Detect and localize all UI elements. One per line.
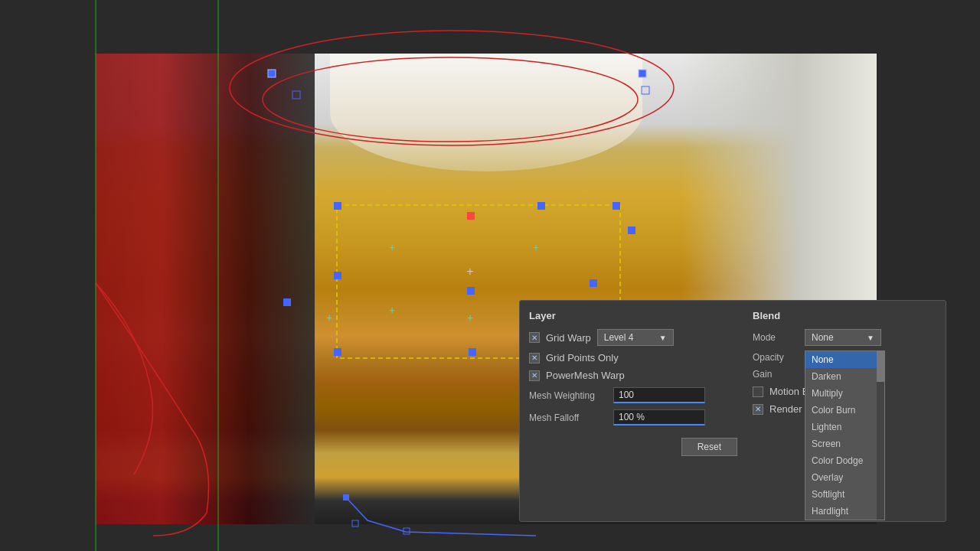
blend-section: Blend Mode None ▼ None Darken Multiply	[753, 310, 936, 512]
mode-option-screen[interactable]: Screen	[805, 435, 884, 452]
grid-points-row: ✕ Grid Points Only	[529, 352, 737, 364]
svg-rect-29	[403, 528, 410, 534]
mesh-weighting-label: Mesh Weighting	[529, 390, 613, 401]
mode-option-overlay[interactable]: Overlay	[805, 469, 884, 486]
mode-option-none[interactable]: None	[805, 351, 884, 368]
mesh-falloff-label: Mesh Falloff	[529, 412, 613, 423]
opacity-label: Opacity	[753, 352, 799, 363]
mode-dropdown-list: None Darken Multiply Color Burn Lighten …	[805, 350, 885, 520]
gain-label: Gain	[753, 369, 799, 380]
grid-warp-arrow-icon: ▼	[659, 334, 667, 342]
dropdown-scrollbar-thumb	[877, 351, 884, 382]
mode-row: Mode None ▼ None Darken Multiply Color B…	[753, 329, 936, 346]
blend-section-title: Blend	[753, 310, 936, 321]
layer-section-title: Layer	[529, 310, 737, 321]
mesh-falloff-input[interactable]	[613, 409, 705, 425]
mode-label: Mode	[753, 332, 799, 343]
left-can	[96, 54, 315, 524]
mesh-weighting-row: Mesh Weighting	[529, 387, 737, 403]
grid-warp-label: Grid Warp	[546, 332, 591, 344]
right-light	[681, 54, 877, 312]
grid-warp-value: Level 4	[604, 332, 634, 343]
mesh-weighting-input[interactable]	[613, 387, 705, 403]
mode-dropdown-wrapper: None ▼ None Darken Multiply Color Burn L…	[805, 329, 881, 346]
mode-dropdown[interactable]: None ▼	[805, 329, 881, 346]
mode-arrow-icon: ▼	[867, 334, 874, 342]
mode-option-hardlight[interactable]: Hardlight	[805, 503, 884, 520]
panel: Layer ✕ Grid Warp Level 4 ▼ ✕ Grid Point…	[519, 300, 946, 522]
mode-option-color-burn[interactable]: Color Burn	[805, 402, 884, 419]
canvas-area: + + + + + + Layer ✕ Grid Warp Level 4 ▼	[0, 0, 980, 551]
mode-option-lighten[interactable]: Lighten	[805, 419, 884, 435]
powermesh-label: PowerMesh Warp	[546, 370, 625, 381]
grid-warp-row: ✕ Grid Warp Level 4 ▼	[529, 329, 737, 346]
reset-button[interactable]: Reset	[681, 438, 737, 456]
mode-value: None	[812, 332, 834, 343]
mesh-falloff-row: Mesh Falloff	[529, 409, 737, 425]
grid-warp-dropdown[interactable]: Level 4 ▼	[597, 329, 674, 346]
mode-option-multiply[interactable]: Multiply	[805, 385, 884, 402]
mode-option-softlight[interactable]: Softlight	[805, 486, 884, 503]
powermesh-row: ✕ PowerMesh Warp	[529, 370, 737, 381]
beer-foam	[330, 54, 642, 171]
grid-points-label: Grid Points Only	[546, 352, 619, 364]
motion-blur-checkbox[interactable]	[753, 386, 763, 397]
layer-section: Layer ✕ Grid Warp Level 4 ▼ ✕ Grid Point…	[529, 310, 737, 512]
mode-option-color-dodge[interactable]: Color Dodge	[805, 452, 884, 469]
grid-warp-checkbox[interactable]: ✕	[529, 332, 540, 343]
grid-points-checkbox[interactable]: ✕	[529, 353, 540, 364]
powermesh-checkbox[interactable]: ✕	[529, 370, 540, 381]
mode-option-darken[interactable]: Darken	[805, 368, 884, 385]
dropdown-scrollbar[interactable]	[877, 351, 884, 520]
render-checkbox[interactable]: ✕	[753, 404, 763, 415]
